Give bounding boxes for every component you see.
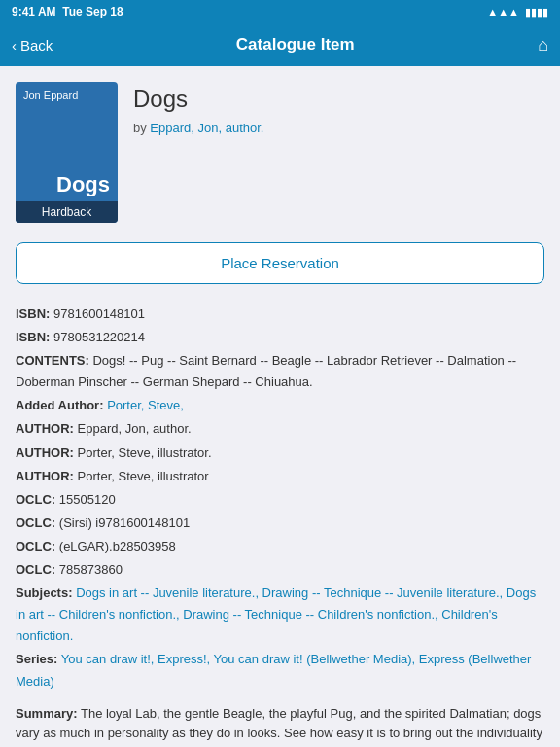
series-row: Series: You can draw it!, Express!, You … (16, 649, 544, 692)
cover-format: Hardback (16, 201, 118, 223)
reserve-btn-wrapper: Place Reservation (16, 242, 544, 284)
author3-row: AUTHOR: Porter, Steve, illustrator (16, 466, 544, 487)
author2-label: AUTHOR: (16, 445, 74, 460)
isbn1-row: ISBN: 9781600148101 (16, 303, 544, 325)
nav-title: Catalogue Item (236, 35, 355, 54)
oclc1-value: 15505120 (59, 492, 116, 507)
wifi-icon: ▲▲▲ (487, 6, 519, 18)
isbn2-label: ISBN: (16, 330, 50, 344)
main-content: Jon Eppard Dogs Hardback Dogs by Eppard,… (0, 66, 560, 747)
book-author-line: by Eppard, Jon, author. (133, 121, 544, 135)
book-title: Dogs (133, 86, 544, 113)
author1-value: Eppard, Jon, author. (78, 421, 192, 436)
summary-label: Summary: (16, 706, 78, 721)
oclc1-row: OCLC: 15505120 (16, 489, 544, 511)
oclc3-value: (eLGAR).b28503958 (59, 539, 176, 553)
home-icon[interactable]: ⌂ (538, 35, 548, 55)
status-bar: 9:41 AM Tue Sep 18 ▲▲▲ ▮▮▮▮ (0, 0, 560, 23)
contents-label: CONTENTS: (16, 353, 89, 368)
oclc4-label: OCLC: (16, 562, 55, 577)
author3-value: Porter, Steve, illustrator (78, 469, 209, 483)
oclc2-label: OCLC: (16, 516, 55, 530)
summary-section: Summary: The loyal Lab, the gentle Beagl… (16, 704, 544, 747)
oclc1-label: OCLC: (16, 492, 55, 507)
author-link[interactable]: Eppard, Jon, author. (150, 121, 263, 135)
added-author-link[interactable]: Porter, Steve, (107, 398, 184, 412)
isbn2-value: 9780531220214 (53, 330, 145, 344)
place-reservation-button[interactable]: Place Reservation (16, 242, 544, 284)
oclc3-label: OCLC: (16, 539, 55, 553)
added-author-row: Added Author: Porter, Steve, (16, 395, 544, 416)
author1-row: AUTHOR: Eppard, Jon, author. (16, 418, 544, 440)
status-time: 9:41 AM Tue Sep 18 (12, 5, 123, 18)
cover-title: Dogs (16, 168, 118, 201)
contents-row: CONTENTS: Dogs! -- Pug -- Saint Bernard … (16, 350, 544, 393)
isbn2-row: ISBN: 9780531220214 (16, 327, 544, 348)
isbn1-label: ISBN: (16, 306, 50, 321)
chevron-left-icon: ‹ (12, 37, 17, 53)
isbn1-value: 9781600148101 (53, 306, 145, 321)
summary-text: The loyal Lab, the gentle Beagle, the pl… (16, 706, 542, 747)
nav-bar: ‹ Back Catalogue Item ⌂ (0, 23, 560, 66)
subjects-label: Subjects: (16, 586, 73, 600)
oclc4-row: OCLC: 785873860 (16, 559, 544, 581)
oclc2-value: (Sirsi) i9781600148101 (59, 516, 190, 530)
author-prefix: by (133, 121, 150, 135)
book-info: Dogs by Eppard, Jon, author. (133, 82, 544, 223)
author3-label: AUTHOR: (16, 469, 74, 483)
added-author-label: Added Author: (16, 398, 104, 412)
battery-icon: ▮▮▮▮ (525, 6, 548, 18)
subjects-links[interactable]: Dogs in art -- Juvenile literature., Dra… (16, 586, 536, 643)
back-label: Back (20, 37, 52, 53)
series-label: Series: (16, 652, 57, 666)
oclc3-row: OCLC: (eLGAR).b28503958 (16, 536, 544, 557)
back-button[interactable]: ‹ Back (12, 37, 52, 53)
author1-label: AUTHOR: (16, 421, 74, 436)
details-section: ISBN: 9781600148101 ISBN: 9780531220214 … (16, 303, 544, 693)
book-header: Jon Eppard Dogs Hardback Dogs by Eppard,… (16, 82, 544, 223)
cover-author: Jon Eppard (16, 82, 118, 101)
contents-value: Dogs! -- Pug -- Saint Bernard -- Beagle … (16, 353, 516, 389)
author2-row: AUTHOR: Porter, Steve, illustrator. (16, 443, 544, 464)
series-links[interactable]: You can draw it!, Express!, You can draw… (16, 652, 531, 688)
book-cover: Jon Eppard Dogs Hardback (16, 82, 118, 223)
oclc2-row: OCLC: (Sirsi) i9781600148101 (16, 513, 544, 534)
status-icons: ▲▲▲ ▮▮▮▮ (487, 6, 548, 18)
author2-value: Porter, Steve, illustrator. (78, 445, 212, 460)
oclc4-value: 785873860 (59, 562, 122, 577)
subjects-row: Subjects: Dogs in art -- Juvenile litera… (16, 583, 544, 647)
